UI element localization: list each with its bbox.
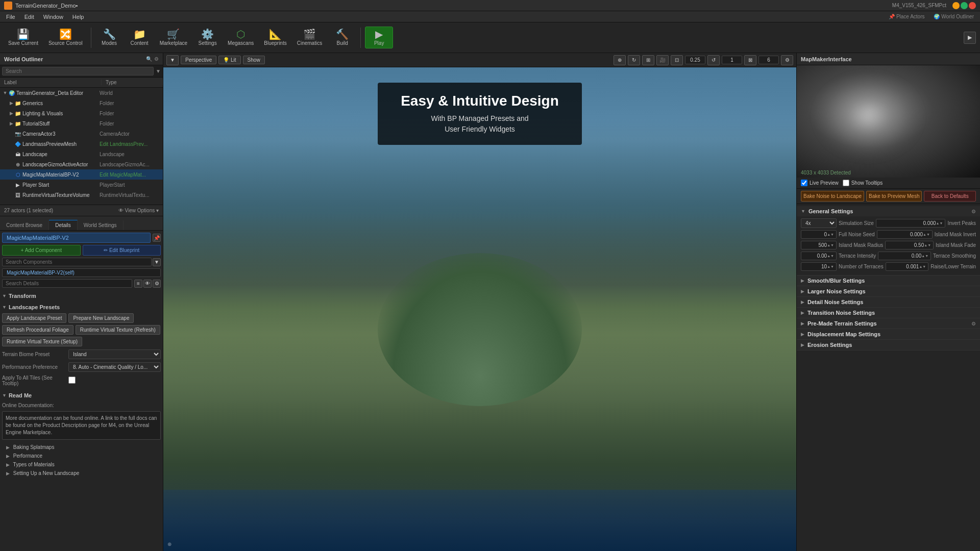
scale-snap-value[interactable]: 6 — [758, 56, 779, 64]
menu-window[interactable]: Window — [39, 13, 67, 21]
blueprints-button[interactable]: 📐 Blueprints — [260, 27, 290, 48]
num-terraces-val[interactable]: 10 ▲▼ — [801, 262, 837, 271]
search-components-input[interactable] — [2, 258, 152, 266]
add-component-button[interactable]: + Add Component — [2, 245, 81, 256]
maximize-button[interactable] — [961, 2, 968, 9]
baking-splatmaps-item[interactable]: ▶ Baking Splatmaps — [2, 443, 161, 452]
transform-section[interactable]: ▼ Transform — [2, 291, 161, 301]
build-button[interactable]: 🔨 Build — [328, 27, 356, 48]
lit-button[interactable]: 💡 Lit — [218, 56, 240, 64]
terrain-biome-select[interactable]: Island Desert Arctic — [68, 349, 161, 359]
grid-size-value[interactable]: 0.25 — [685, 56, 705, 64]
menu-edit[interactable]: Edit — [20, 13, 38, 21]
scale-button[interactable]: ⊞ — [642, 55, 654, 65]
wo-search-input[interactable] — [2, 67, 154, 76]
wo-item[interactable]: ▶ 📷 CameraActor3 CameraActor — [0, 129, 163, 139]
wo-item[interactable]: ▶ 🖼 RuntimeVirtualTextureVolume RuntimeV… — [0, 190, 163, 200]
camera-options-button[interactable]: ⚙ — [781, 55, 793, 65]
full-noise-seed-value[interactable]: 0.000 ▲▼ — [876, 219, 945, 228]
wo-item[interactable]: ▶ ▶ Player Start PlayerStart — [0, 180, 163, 190]
simulation-size-select[interactable]: 4x8x2x — [801, 218, 837, 228]
smooth-blur-header[interactable]: ▶ Smooth/Blur Settings — [797, 276, 980, 286]
rotation-snap-value[interactable]: 1 — [722, 56, 742, 64]
performance-pref-select[interactable]: 8. Auto - Cinematic Quality / Lo... — [68, 362, 161, 372]
edit-blueprint-button[interactable]: ✏ Edit Blueprint — [83, 245, 161, 256]
search-options-button[interactable]: ▼ — [153, 258, 161, 266]
island-mask-radius-value[interactable]: 500 ▲▼ — [801, 241, 837, 249]
landscape-presets-header[interactable]: ▼ Landscape Presets — [2, 302, 161, 312]
gs-gear-icon[interactable]: ⚙ — [971, 209, 976, 214]
general-settings-header[interactable]: ▼ General Settings ⚙ — [797, 206, 980, 216]
wo-search-icon[interactable]: 🔍 — [146, 56, 152, 62]
full-noise-seed-num[interactable]: 0.000 ▲▼ — [877, 230, 933, 239]
bake-preview-button[interactable]: Bake to Preview Mesh — [866, 191, 922, 202]
megascans-button[interactable]: ⬡ Megascans — [224, 27, 258, 48]
displacement-map-header[interactable]: ▶ Displacement Map Settings — [797, 329, 980, 339]
raise-lower-val[interactable]: 0.001 ▲▼ — [886, 262, 929, 271]
island-mask-seed-value[interactable]: 0 ▲▼ — [801, 230, 837, 239]
read-me-header[interactable]: ▼ Read Me — [2, 390, 161, 400]
grid-view-button[interactable]: ≡ — [134, 280, 142, 288]
wo-options-icon[interactable]: ⚙ — [154, 56, 159, 62]
eye-button[interactable]: 👁 — [143, 280, 152, 288]
save-current-button[interactable]: 💾 Save Current — [4, 27, 42, 48]
rotation-snap-button[interactable]: ↺ — [707, 55, 720, 65]
wo-filter-icon[interactable]: ▼ — [156, 68, 161, 74]
content-button[interactable]: 📁 Content — [126, 27, 154, 48]
play-button[interactable]: ▶ Play — [365, 27, 393, 48]
scale-snap-button[interactable]: ⊠ — [744, 55, 756, 65]
wo-item[interactable]: ▶ 📁 TutorialStuff Folder — [0, 118, 163, 129]
source-control-button[interactable]: 🔀 Source Control — [44, 27, 87, 48]
bake-noise-button[interactable]: Bake Noise to Landscape — [801, 191, 864, 202]
refresh-procedural-foliage-button[interactable]: Refresh Procedural Foliage — [2, 325, 74, 335]
settings-detail-button[interactable]: ⚙ — [153, 280, 161, 288]
detail-noise-header[interactable]: ▶ Detail Noise Settings — [797, 297, 980, 307]
performance-item[interactable]: ▶ Performance — [2, 452, 161, 460]
setup-landscape-item[interactable]: ▶ Setting Up a New Landscape — [2, 469, 161, 478]
cinematics-button[interactable]: 🎬 Cinematics — [293, 27, 326, 48]
apply-all-tiles-checkbox[interactable] — [68, 377, 76, 384]
wo-item[interactable]: ▼ 🌍 TerrainGenerator_Deta Editor World — [0, 88, 163, 98]
tab-content-browse[interactable]: Content Browse — [0, 220, 49, 230]
erosion-header[interactable]: ▶ Erosion Settings — [797, 340, 980, 350]
runtime-vt-refresh-button[interactable]: Runtime Virtual Texture (Refresh) — [76, 325, 160, 335]
premade-terrain-header[interactable]: ▶ Pre-Made Terrain Settings ⚙ — [797, 318, 980, 329]
tab-details[interactable]: Details — [49, 220, 78, 230]
modes-button[interactable]: 🔧 Modes — [95, 27, 124, 48]
terrace-intensity-val[interactable]: 0.00 ▲▼ — [801, 252, 837, 260]
grid-snap-button[interactable]: ⊡ — [671, 55, 683, 65]
live-preview-checkbox[interactable] — [801, 180, 807, 186]
rotate-button[interactable]: ↻ — [628, 55, 640, 65]
minimize-button[interactable] — [952, 2, 960, 9]
view-options-button[interactable]: 👁 View Options ▾ — [118, 208, 159, 213]
wo-item[interactable]: ▶ 📁 Generics Folder — [0, 98, 163, 108]
perspective-button[interactable]: Perspective — [181, 56, 216, 64]
wo-item[interactable]: ▶ ⊕ LandscapeGizmoActiveActor LandscapeG… — [0, 159, 163, 169]
show-button[interactable]: Show — [243, 56, 265, 64]
apply-landscape-preset-button[interactable]: Apply Landscape Preset — [2, 313, 66, 323]
show-tooltips-checkbox[interactable] — [843, 180, 849, 186]
translate-button[interactable]: ⊕ — [614, 55, 626, 65]
wo-item[interactable]: ▶ 🏔 Landscape Landscape — [0, 149, 163, 159]
expand-icon[interactable]: ▶ — [8, 100, 14, 106]
expand-icon[interactable]: ▶ — [8, 120, 14, 127]
collapse-toolbar-button[interactable]: ▶ — [964, 32, 976, 44]
viewport-toggle[interactable]: ▼ — [166, 55, 179, 65]
expand-icon[interactable]: ▶ — [8, 110, 14, 116]
wo-item[interactable]: ▶ 📁 Lighting & Visuals Folder — [0, 108, 163, 118]
wo-item[interactable]: ▶ 🔷 LandmassPreviewMesh Edit LandmassPre… — [0, 139, 163, 149]
bp-pin-button[interactable]: 📌 — [153, 234, 161, 242]
expand-icon[interactable]: ▼ — [2, 90, 8, 96]
runtime-vt-setup-button[interactable]: Runtime Virtual Texture (Setup) — [2, 337, 82, 346]
wo-item-selected[interactable]: ▶ ⬡ MagicMapMaterialBP-V2 Edit MagicMapM… — [0, 169, 163, 180]
larger-noise-header[interactable]: ▶ Larger Noise Settings — [797, 286, 980, 296]
settings-button[interactable]: ⚙️ Settings — [193, 27, 222, 48]
camera-speed-button[interactable]: 🎥 — [656, 55, 669, 65]
island-mask-fade-value[interactable]: 0.50 ▲▼ — [885, 241, 934, 249]
back-to-defaults-button[interactable]: Back to Defaults — [924, 191, 976, 202]
marketplace-button[interactable]: 🛒 Marketplace — [156, 27, 191, 48]
terrace-smoothing-val[interactable]: 0.00 ▲▼ — [878, 252, 931, 260]
transition-noise-header[interactable]: ▶ Transition Noise Settings — [797, 308, 980, 318]
pt-gear-icon[interactable]: ⚙ — [971, 321, 976, 327]
menu-help[interactable]: Help — [68, 13, 88, 21]
